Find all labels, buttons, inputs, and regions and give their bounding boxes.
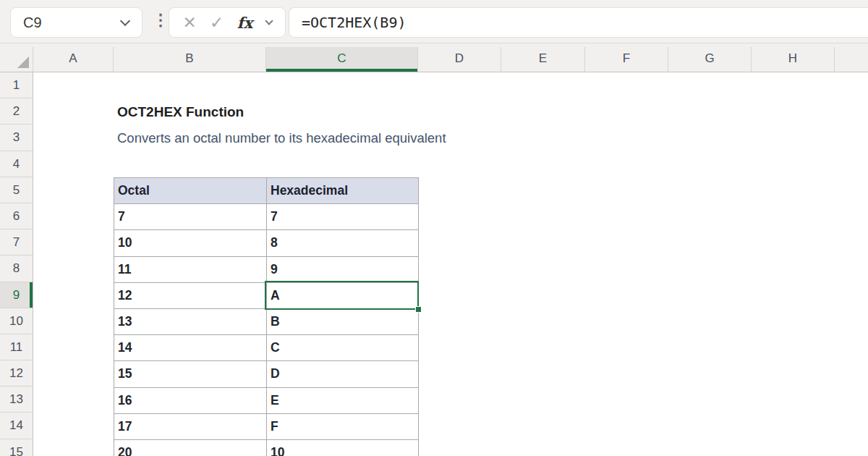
select-all-triangle-icon [17, 56, 29, 68]
formula-input[interactable]: =OCT2HEX(B9) [289, 7, 868, 38]
row-header-13[interactable]: 13 [0, 387, 33, 413]
table-header-hexadecimal[interactable]: Hexadecimal [267, 178, 419, 204]
fill-handle[interactable] [415, 306, 422, 313]
row-header-10[interactable]: 10 [0, 308, 33, 334]
formula-bar-menu-dots-icon[interactable]: ⋮ [153, 0, 169, 43]
table-header-octal[interactable]: Octal [114, 178, 267, 204]
cell-c10[interactable]: B [267, 309, 419, 335]
spreadsheet-window: C9 ⋮ ✕ ✓ fx =OCT2HEX(B9) A B C D E F G H… [0, 0, 868, 456]
row-header-7[interactable]: 7 [0, 229, 33, 256]
cell-c6[interactable]: 7 [267, 204, 419, 230]
sheet-subtitle-cell[interactable]: Converts an octal number to its hexadeci… [117, 124, 446, 151]
row-header-2[interactable]: 2 [0, 98, 33, 124]
table-header-row: Octal Hexadecimal [114, 178, 419, 204]
row-header-8[interactable]: 8 [0, 256, 33, 282]
column-header-a[interactable]: A [33, 47, 114, 72]
column-header-partial[interactable] [835, 47, 868, 72]
cell-c14[interactable]: F [267, 414, 419, 440]
formula-action-group: ✕ ✓ fx [169, 7, 286, 38]
row-header-5[interactable]: 5 [0, 177, 33, 203]
column-header-c-selected[interactable]: C [266, 47, 418, 72]
cell-b9[interactable]: 12 [114, 283, 267, 309]
row-header-9-selected[interactable]: 9 [0, 282, 33, 308]
table-row: 16 E [114, 388, 419, 414]
cell-b13[interactable]: 16 [114, 388, 267, 414]
row-header-15[interactable]: 15 [0, 439, 33, 456]
row-header-12[interactable]: 12 [0, 360, 33, 387]
column-header-d[interactable]: D [418, 47, 501, 72]
row-header-3[interactable]: 3 [0, 124, 33, 151]
table-row: 15 D [114, 361, 419, 387]
row-header-4[interactable]: 4 [0, 151, 33, 177]
cell-c12[interactable]: D [267, 361, 419, 387]
row-header-1[interactable]: 1 [0, 72, 33, 98]
cell-c13[interactable]: E [267, 388, 419, 414]
row-header-14[interactable]: 14 [0, 413, 33, 439]
column-header-h[interactable]: H [752, 47, 835, 72]
cell-b14[interactable]: 17 [114, 414, 267, 440]
cell-c7[interactable]: 8 [267, 230, 419, 256]
cell-b7[interactable]: 10 [114, 230, 267, 256]
column-header-e[interactable]: E [501, 47, 585, 72]
cell-b8[interactable]: 11 [114, 257, 267, 283]
cancel-icon[interactable]: ✕ [182, 14, 196, 31]
cell-c11[interactable]: C [267, 335, 419, 361]
fx-chevron-down-icon[interactable] [265, 17, 273, 25]
select-all-button[interactable] [0, 47, 33, 72]
row-header-11[interactable]: 11 [0, 334, 33, 360]
cell-c8[interactable]: 9 [267, 257, 419, 283]
formula-bar-chrome: C9 ⋮ ✕ ✓ fx =OCT2HEX(B9) [0, 0, 868, 43]
cell-b12[interactable]: 15 [114, 361, 267, 387]
table-row: 7 7 [114, 204, 419, 230]
row-header-6[interactable]: 6 [0, 203, 33, 229]
table-row: 17 F [114, 414, 419, 440]
enter-icon[interactable]: ✓ [210, 14, 224, 31]
cell-b10[interactable]: 13 [114, 309, 267, 335]
table-row: 20 10 [114, 440, 419, 456]
insert-function-icon[interactable]: fx [237, 14, 253, 32]
name-box-value: C9 [23, 8, 42, 37]
cell-c15[interactable]: 10 [267, 440, 419, 456]
oct2hex-table: Octal Hexadecimal 7 7 10 8 11 9 12 A 13 … [114, 177, 419, 456]
sheet-title-cell[interactable]: OCT2HEX Function [117, 98, 244, 124]
table-row: 10 8 [114, 230, 419, 256]
row-header-strip: 1 2 3 4 5 6 7 8 9 10 11 12 13 14 15 [0, 72, 33, 456]
column-header-g[interactable]: G [668, 47, 752, 72]
name-box[interactable]: C9 [10, 7, 142, 38]
cell-b6[interactable]: 7 [114, 204, 267, 230]
column-header-f[interactable]: F [585, 47, 668, 72]
cell-b15[interactable]: 20 [114, 440, 267, 456]
column-header-b[interactable]: B [114, 47, 266, 72]
cell-c9-selected[interactable]: A [267, 283, 419, 309]
table-row: 12 A [114, 283, 419, 309]
cell-b11[interactable]: 14 [114, 335, 267, 361]
table-row: 13 B [114, 309, 419, 335]
table-row: 11 9 [114, 257, 419, 283]
column-header-strip: A B C D E F G H [0, 43, 868, 72]
chevron-down-icon[interactable] [120, 16, 130, 26]
table-row: 14 C [114, 335, 419, 361]
formula-text: =OCT2HEX(B9) [302, 8, 407, 37]
